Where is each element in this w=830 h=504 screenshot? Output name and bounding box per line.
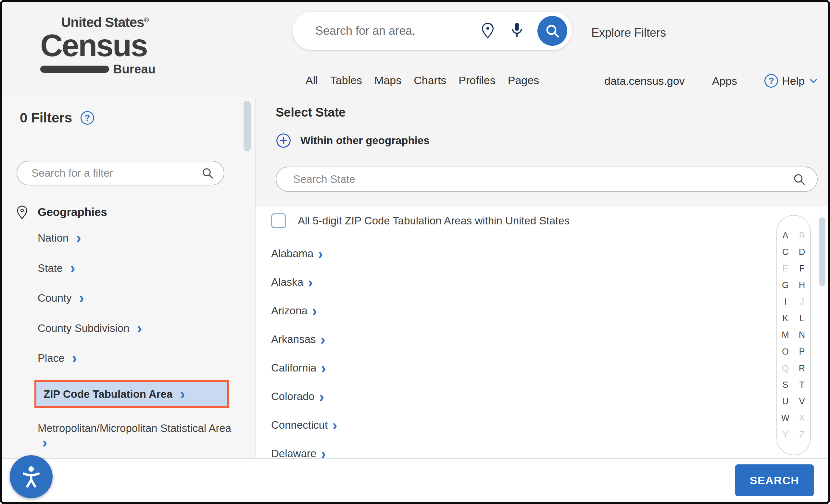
geographies-section-header: Geographies — [15, 204, 107, 220]
help-menu[interactable]: ? Help — [764, 74, 818, 88]
alphabet-letter-l[interactable]: L — [799, 313, 804, 323]
alphabet-letter-k[interactable]: K — [782, 313, 788, 323]
alphabet-letter-q: Q — [782, 364, 789, 374]
microphone-icon[interactable] — [510, 21, 524, 40]
tab-pages[interactable]: Pages — [508, 74, 539, 87]
sidebar-item-metropolitan-micropolitan-statistical-area[interactable]: Metropolitan/Micropolitan Statistical Ar… — [38, 421, 232, 449]
sidebar-item-label: Place — [38, 352, 65, 364]
sidebar-item-county-subdivision[interactable]: County Subdivision › — [38, 321, 232, 336]
state-label: Arkansas — [271, 333, 316, 346]
sidebar-item-zip-code-tabulation-area[interactable]: ZIP Code Tabulation Area › — [34, 380, 229, 409]
search-icon — [201, 166, 214, 180]
alphabet-letter-c[interactable]: C — [782, 247, 789, 257]
alphabet-letter-p[interactable]: P — [799, 347, 805, 357]
alphabet-index: ABCDEFGHIJKLMNOPQRSTUVWXYZ — [776, 215, 811, 455]
alphabet-letter-d[interactable]: D — [799, 247, 805, 257]
alphabet-letter-n[interactable]: N — [799, 330, 805, 340]
tab-charts[interactable]: Charts — [414, 74, 446, 87]
logo-united-states: United States® — [61, 15, 156, 29]
sidebar-item-label: County Subdivision — [38, 322, 130, 334]
chevron-down-icon — [808, 76, 818, 86]
chevron-right-icon: › — [79, 289, 84, 306]
area-search-placeholder[interactable]: Search for an area, — [315, 24, 415, 38]
state-label: Alabama — [271, 248, 313, 260]
state-row-alabama[interactable]: Alabama › — [271, 239, 661, 268]
sidebar-item-county[interactable]: County › — [38, 291, 232, 305]
alphabet-letter-a[interactable]: A — [782, 230, 788, 241]
search-button[interactable]: SEARCH — [735, 464, 814, 496]
select-state-panel: Select State Within other geographies Se… — [256, 97, 828, 463]
alphabet-letter-v[interactable]: V — [799, 397, 805, 407]
tab-tables[interactable]: Tables — [330, 74, 362, 87]
apps-link[interactable]: Apps — [712, 75, 737, 87]
within-other-geographies-button[interactable]: Within other geographies — [276, 133, 429, 149]
state-label: Colorado — [271, 390, 315, 403]
alphabet-letter-f[interactable]: F — [799, 264, 805, 274]
registered-mark: ® — [144, 16, 149, 23]
alphabet-letter-g[interactable]: G — [782, 280, 789, 290]
panel-header-area: Select State Within other geographies Se… — [256, 97, 828, 207]
geographies-pin-icon — [15, 204, 29, 220]
list-scrollbar-thumb[interactable] — [819, 217, 826, 286]
state-label: Arizona — [271, 305, 308, 317]
sidebar-item-nation[interactable]: Nation › — [38, 231, 232, 245]
state-label: California — [271, 362, 316, 374]
chevron-right-icon: › — [42, 434, 47, 451]
sidebar-item-place[interactable]: Place › — [38, 351, 232, 365]
select-all-label: All 5-digit ZIP Code Tabulation Areas wi… — [298, 215, 570, 227]
filters-count-title: 0 Filters — [20, 110, 72, 126]
sidebar-item-label: Metropolitan/Micropolitan Statistical Ar… — [38, 422, 231, 434]
chevron-right-icon: › — [137, 319, 142, 337]
result-type-tabs: All Tables Maps Charts Profiles Pages — [306, 74, 539, 87]
alphabet-letter-x: X — [799, 413, 805, 423]
census-advanced-search-page: United States® Census Bureau Search for … — [0, 0, 830, 504]
state-row-alaska[interactable]: Alaska › — [271, 268, 661, 296]
select-all-checkbox[interactable] — [271, 213, 286, 228]
site-link[interactable]: data.census.gov — [604, 75, 685, 87]
area-search-bar[interactable]: Search for an area, — [293, 12, 572, 50]
state-row-connecticut[interactable]: Connecticut › — [271, 411, 661, 439]
alphabet-letter-o[interactable]: O — [782, 347, 789, 357]
tab-maps[interactable]: Maps — [374, 74, 402, 87]
state-row-colorado[interactable]: Colorado › — [271, 382, 661, 411]
state-label: Alaska — [271, 276, 303, 288]
sidebar-scrollbar-thumb[interactable] — [244, 101, 251, 151]
help-icon: ? — [764, 74, 778, 88]
chevron-right-icon: › — [72, 349, 77, 366]
within-other-label: Within other geographies — [300, 134, 429, 147]
alphabet-letter-m[interactable]: M — [781, 330, 789, 340]
tab-profiles[interactable]: Profiles — [458, 74, 495, 87]
explore-filters-link[interactable]: Explore Filters — [591, 26, 666, 40]
alphabet-letter-w[interactable]: W — [781, 413, 789, 423]
state-label: Connecticut — [271, 419, 328, 431]
alphabet-letter-t[interactable]: T — [799, 380, 805, 390]
alphabet-letter-e: E — [782, 264, 788, 274]
state-row-arizona[interactable]: Arizona › — [271, 296, 661, 325]
alphabet-letter-y: Y — [782, 430, 788, 440]
help-label: Help — [782, 75, 805, 87]
filters-sidebar: 0 Filters ? Search for a filter Geograph… — [2, 97, 256, 463]
header-right-nav: data.census.gov Apps ? Help — [604, 74, 818, 88]
accessibility-button[interactable] — [10, 455, 53, 498]
state-row-california[interactable]: California › — [271, 354, 661, 382]
sidebar-item-state[interactable]: State › — [38, 261, 232, 275]
alphabet-letter-u[interactable]: U — [782, 397, 789, 407]
geographies-title: Geographies — [38, 206, 107, 219]
alphabet-letter-s[interactable]: S — [782, 380, 788, 390]
logo-bureau: Bureau — [113, 63, 156, 75]
search-icon — [792, 172, 806, 186]
location-pin-icon[interactable] — [480, 22, 495, 40]
search-submit-button[interactable] — [537, 16, 567, 46]
filters-help-icon[interactable]: ? — [81, 111, 94, 125]
alphabet-letter-r[interactable]: R — [799, 364, 805, 374]
filter-search-input[interactable]: Search for a filter — [17, 161, 224, 185]
tab-all[interactable]: All — [306, 74, 318, 87]
alphabet-letter-h[interactable]: H — [799, 280, 805, 290]
action-bar: SEARCH — [2, 458, 828, 502]
logo-underline-bar — [40, 66, 109, 73]
alphabet-letter-i[interactable]: I — [784, 297, 787, 307]
chevron-right-icon: › — [180, 385, 185, 402]
search-icon — [545, 23, 560, 39]
state-search-input[interactable]: Search State — [276, 166, 818, 192]
state-row-arkansas[interactable]: Arkansas › — [271, 325, 661, 354]
